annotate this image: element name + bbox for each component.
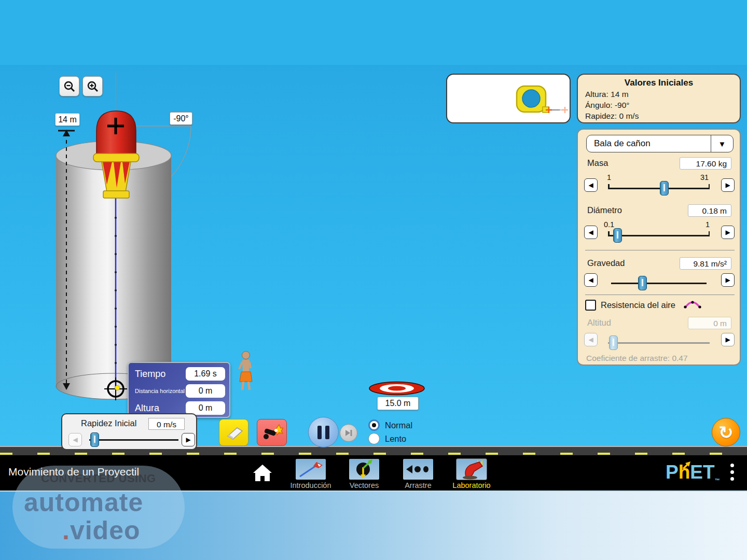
tracker-readout[interactable]: Tiempo 1.69 s Distancia horizontal 0 m A… [128, 362, 230, 418]
home-icon [253, 465, 272, 481]
altitude-increment-button[interactable]: ▶ [721, 333, 735, 346]
gravity-label: Gravedad [587, 258, 625, 268]
mass-slider-track[interactable] [608, 188, 710, 189]
step-button[interactable] [340, 424, 357, 442]
zoom-out-button[interactable] [59, 76, 79, 96]
mass-min-label: 1 [607, 173, 611, 181]
phet-logo-tm: ™ [715, 478, 720, 483]
sim-title: Movimiento de un Proyectil [8, 466, 139, 478]
watermark-brand-tld: .video [62, 515, 141, 545]
tab-arrastre[interactable]: Arrastre [392, 459, 444, 489]
tab-laboratorio[interactable]: Laboratorio [446, 459, 497, 489]
speed-slow-radio[interactable]: Lento [368, 433, 406, 444]
speed-decrement-button[interactable]: ◀ [68, 433, 82, 446]
person-figure [239, 352, 252, 390]
minus-magnifier-icon [63, 80, 76, 93]
projectile-dropdown-value: Bala de cañon [587, 138, 711, 149]
diameter-slider-track[interactable] [608, 235, 710, 236]
diameter-slider-thumb[interactable] [613, 228, 622, 243]
plus-magnifier-icon [87, 80, 99, 93]
phet-logo-p: P [666, 461, 679, 483]
initial-speed-label: Rapidez Inicial [81, 418, 136, 428]
speed-slider-thumb[interactable] [90, 432, 99, 447]
projectile-control-panel: Bala de cañon ▼ Masa 17.60 kg 1 31 ◀ ▶ D… [577, 129, 741, 366]
mass-decrement-button[interactable]: ◀ [584, 178, 598, 192]
air-resistance-label: Resistencia del aire [601, 300, 675, 310]
fire-cannon-button[interactable] [257, 419, 287, 446]
projectile-dropdown[interactable]: Bala de cañon ▼ [586, 135, 734, 152]
gravity-slider-thumb[interactable] [638, 276, 647, 290]
air-resistance-checkbox[interactable] [585, 300, 596, 311]
eraser-icon [224, 425, 244, 440]
mass-value: 17.60 kg [680, 157, 731, 170]
tab-laboratorio-thumbnail [457, 459, 487, 480]
angle-label: -90° [170, 112, 192, 125]
initial-speed-text: Rapidez: 0 m/s [585, 111, 732, 121]
height-label: 14 m [55, 113, 80, 126]
initial-angle-text: Ángulo: -90° [585, 101, 732, 110]
speed-normal-radio[interactable]: Normal [368, 419, 412, 431]
mass-max-label: 31 [700, 173, 709, 181]
chevron-down-icon: ▼ [711, 135, 733, 152]
radio-unselected-icon [368, 433, 380, 444]
gravity-decrement-button[interactable]: ◀ [584, 273, 598, 287]
phet-logo-et: ET [690, 461, 714, 483]
initial-height-text: Altura: 14 m [585, 90, 732, 99]
mass-label: Masa [587, 158, 608, 168]
initial-speed-panel: Rapidez Inicial 0 m/s ◀ ▶ [61, 413, 197, 450]
initial-speed-value: 0 m/s [148, 418, 185, 430]
diameter-increment-button[interactable]: ▶ [721, 226, 735, 239]
normal-label: Normal [385, 421, 412, 430]
tab-label: Arrastre [392, 481, 444, 489]
altitude-slider-track[interactable] [608, 342, 710, 344]
tab-label: Laboratorio [446, 481, 497, 489]
slow-label: Lento [385, 434, 406, 444]
drag-coefficient-text: Coeficiente de arrastre: 0.47 [586, 354, 688, 363]
toolbox-panel [446, 74, 571, 123]
radio-selected-icon [368, 419, 380, 431]
tab-introduccion[interactable]: Introducción [285, 459, 337, 489]
pause-button[interactable] [308, 417, 339, 447]
gravity-increment-button[interactable]: ▶ [721, 273, 735, 287]
tracker-height-label: Altura [135, 403, 159, 414]
tab-introduccion-thumbnail [296, 459, 326, 480]
tab-vectores[interactable]: Vectores [338, 459, 390, 489]
altitude-decrement-button[interactable]: ◀ [584, 333, 598, 346]
gravity-slider-track[interactable] [611, 283, 707, 284]
altitude-value: 0 m [688, 317, 731, 329]
mass-increment-button[interactable]: ▶ [721, 178, 735, 192]
tracker-time-value: 1.69 s [186, 367, 225, 381]
phet-projectile-sim: 14 m -90° Valores Iniciales Altura: 14 m… [0, 0, 747, 560]
diameter-min-label: 0.1 [604, 220, 614, 229]
speed-slider-track[interactable] [89, 439, 178, 441]
tab-arrastre-thumbnail [403, 459, 433, 480]
altitude-slider-thumb[interactable] [609, 335, 618, 350]
menu-dots-button[interactable] [730, 464, 734, 481]
panel-divider [585, 250, 735, 250]
target[interactable] [369, 382, 424, 395]
fire-cannon-icon [260, 424, 283, 441]
diameter-label: Diámetro [587, 205, 622, 215]
erase-trajectories-button[interactable] [219, 419, 248, 446]
phet-logo[interactable]: PhET™ [666, 461, 720, 483]
mass-slider-thumb[interactable] [660, 181, 669, 195]
pause-icon [317, 426, 322, 439]
drag-arc-icon [684, 299, 701, 310]
initial-values-panel: Valores Iniciales Altura: 14 m Ángulo: -… [577, 74, 741, 123]
tab-vectores-thumbnail [349, 459, 379, 480]
gravity-value: 9.81 m/s² [680, 257, 731, 270]
home-button[interactable] [253, 464, 272, 482]
measuring-tape-icon[interactable] [514, 84, 570, 118]
tracker-range-label: Distancia horizontal [135, 388, 185, 394]
panel-divider [585, 295, 735, 295]
tab-label: Introducción [285, 481, 337, 489]
tab-label: Vectores [338, 481, 390, 489]
initial-values-title: Valores Iniciales [585, 78, 732, 88]
diameter-decrement-button[interactable]: ◀ [584, 226, 598, 239]
restart-icon: ↻ [718, 424, 734, 441]
target-distance-label: 15.0 m [377, 397, 419, 410]
speed-increment-button[interactable]: ▶ [182, 433, 195, 446]
tracker-time-label: Tiempo [135, 369, 165, 380]
zoom-in-button[interactable] [82, 76, 103, 96]
restart-button[interactable]: ↻ [712, 418, 740, 446]
